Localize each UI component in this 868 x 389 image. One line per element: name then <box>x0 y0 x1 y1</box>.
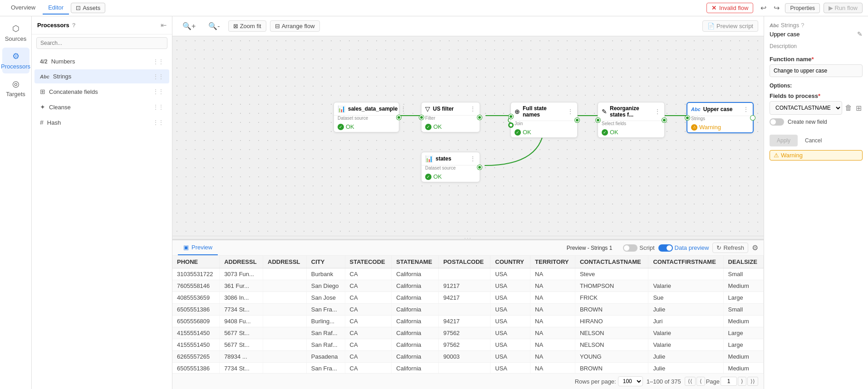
output-connector[interactable] <box>477 115 482 120</box>
tab-preview[interactable]: ▣ Preview <box>178 240 218 255</box>
input-connector[interactable] <box>685 116 690 120</box>
function-name-select[interactable]: Change to upper case <box>770 64 863 77</box>
table-cell: CA <box>345 363 392 374</box>
table-cell: 6265557265 <box>172 351 220 363</box>
rows-per-page-select[interactable]: 100 50 25 <box>618 376 643 386</box>
search-input[interactable] <box>36 37 167 49</box>
node-full-state[interactable]: ⊕ Full state names ⋮ Join OK <box>510 102 578 138</box>
input-connector-2[interactable] <box>509 123 513 127</box>
processor-strings[interactable]: Abc Strings ⋮⋮ <box>34 69 169 83</box>
node-menu-icon[interactable]: ⋮ <box>743 106 749 113</box>
hash-icon: # <box>40 119 44 126</box>
drag-handle[interactable]: ⋮⋮ <box>153 58 164 65</box>
zoom-fit-button[interactable]: ⊠ Zoom fit <box>228 20 266 32</box>
table-cell <box>263 327 307 339</box>
input-connector[interactable] <box>596 118 600 122</box>
input-connector[interactable] <box>419 115 424 120</box>
cancel-button[interactable]: Cancel <box>801 135 825 146</box>
last-page-button[interactable]: ⟩⟩ <box>747 377 758 386</box>
processor-concatenate[interactable]: ⊞ Concatenate fields ⋮⋮ <box>34 84 169 99</box>
table-cell: CA <box>345 304 392 316</box>
sales-data-icon: 📊 <box>338 105 345 112</box>
processor-cleanse[interactable]: ✦ Cleanse ⋮⋮ <box>34 100 169 114</box>
edit-title-icon[interactable]: ✎ <box>857 30 863 38</box>
arrange-flow-button[interactable]: ⊟ Arrange flow <box>270 20 320 32</box>
sidebar-item-processors[interactable]: ⚙ Processors <box>2 48 29 73</box>
status-ok-icon <box>425 174 432 180</box>
table-cell: 5677 St... <box>220 339 263 351</box>
page-input[interactable] <box>721 377 737 386</box>
table-cell: Medium <box>723 351 763 363</box>
table-cell: California <box>392 292 439 304</box>
flow-canvas[interactable]: 📊 sales_data_sample ⋮ Dataset source OK … <box>172 36 764 236</box>
zoom-out-button[interactable]: 🔍- <box>204 20 224 32</box>
us-filter-type: Filter <box>422 116 480 122</box>
status-ok-icon <box>515 129 521 136</box>
data-preview-toggle[interactable]: Data preview <box>658 244 709 252</box>
sidebar-item-targets[interactable]: ◎ Targets <box>2 75 29 101</box>
node-menu-icon[interactable]: ⋮ <box>470 105 476 112</box>
first-page-button[interactable]: ⟨⟨ <box>685 377 696 386</box>
properties-button[interactable]: Properties <box>785 3 820 13</box>
table-cell: San Raf... <box>306 339 345 351</box>
refresh-button[interactable]: ↻ Refresh <box>712 243 748 253</box>
output-connector[interactable] <box>750 116 755 120</box>
node-us-filter[interactable]: ▽ US filter ⋮ Filter OK <box>421 102 480 132</box>
prev-page-button[interactable]: ⟨ <box>696 377 705 386</box>
node-upper-case[interactable]: Abc Upper case ⋮ Strings Warning <box>687 102 754 133</box>
drag-handle-hash[interactable]: ⋮⋮ <box>153 119 164 126</box>
node-menu-icon[interactable]: ⋮ <box>470 155 476 162</box>
preview-script-button[interactable]: 📄 Preview script <box>702 20 758 32</box>
redo-button[interactable]: ↪ <box>772 3 781 13</box>
zoom-in-button[interactable]: 🔍+ <box>178 20 200 32</box>
processor-numbers[interactable]: 4/2 Numbers ⋮⋮ <box>34 54 169 68</box>
settings-button[interactable]: ⚙ <box>752 243 758 252</box>
data-preview-toggle-switch[interactable] <box>658 244 673 252</box>
add-field-button[interactable]: ⊞ <box>855 103 863 113</box>
drag-handle-strings[interactable]: ⋮⋮ <box>153 73 164 80</box>
node-menu-icon[interactable]: ⋮ <box>567 108 574 115</box>
table-cell: 361 Fur... <box>220 280 263 292</box>
processor-hash[interactable]: # Hash ⋮⋮ <box>34 115 169 130</box>
table-cell: San Fra... <box>306 304 345 316</box>
table-row: 40855536593086 In...San JoseCACalifornia… <box>172 292 764 304</box>
node-states[interactable]: 📊 states ⋮ Dataset source OK <box>421 152 480 182</box>
output-connector[interactable] <box>575 118 579 122</box>
tab-editor[interactable]: Editor <box>43 1 69 15</box>
table-cell: Julie <box>648 363 723 374</box>
script-toggle[interactable]: Script <box>623 244 654 252</box>
tab-assets[interactable]: ⊡ Assets <box>71 3 105 13</box>
apply-button[interactable]: Apply <box>770 135 798 146</box>
fields-select[interactable]: CONTACTLASTNAME CITY STATENAME COUNTRY T… <box>770 101 842 115</box>
right-panel-actions: Apply Cancel <box>770 135 863 146</box>
join-icon: ⊕ <box>515 108 520 115</box>
next-page-button[interactable]: ⟩ <box>738 377 746 386</box>
drag-handle-cleanse[interactable]: ⋮⋮ <box>153 104 164 110</box>
function-name-label: Function name* <box>770 56 863 63</box>
node-sales-data[interactable]: 📊 sales_data_sample ⋮ Dataset source OK <box>333 102 399 132</box>
divider-handle[interactable] <box>172 236 764 239</box>
input-connector-1[interactable] <box>509 114 513 119</box>
node-menu-icon[interactable]: ⋮ <box>400 105 407 112</box>
output-connector[interactable] <box>477 165 482 170</box>
table-cell: Sue <box>648 292 723 304</box>
invalid-flow-button[interactable]: ✕ Invalid flow <box>706 3 753 13</box>
node-reorganize[interactable]: ✎ Reorganize states f... ⋮ Select fields… <box>598 102 665 138</box>
output-connector[interactable] <box>397 115 401 120</box>
output-connector[interactable] <box>662 118 667 122</box>
undo-button[interactable]: ↩ <box>759 3 768 13</box>
collapse-icon[interactable]: ⇤ <box>161 21 167 29</box>
preview-title: Preview - Strings 1 <box>561 241 618 255</box>
create-new-field-toggle[interactable] <box>770 118 784 126</box>
node-menu-icon[interactable]: ⋮ <box>654 108 661 115</box>
delete-field-button[interactable]: 🗑 <box>844 103 853 113</box>
table-cell: CA <box>345 339 392 351</box>
filter-icon: ▽ <box>425 105 430 112</box>
sidebar-item-sources[interactable]: ⬡ Sources <box>2 20 29 46</box>
processors-search <box>32 34 172 52</box>
script-toggle-switch[interactable] <box>623 244 638 252</box>
table-row: 41555514505677 St...San Raf...CACaliforn… <box>172 339 764 351</box>
drag-handle-concat[interactable]: ⋮⋮ <box>153 88 164 95</box>
run-flow-button[interactable]: ▶ Run flow <box>824 3 863 13</box>
tab-overview[interactable]: Overview <box>5 1 41 15</box>
